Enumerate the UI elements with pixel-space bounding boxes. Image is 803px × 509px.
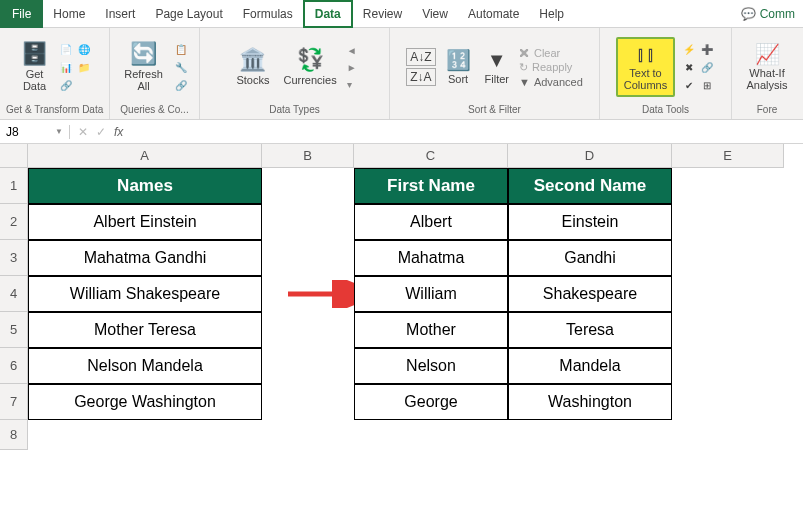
cell-D5[interactable]: Teresa	[508, 312, 672, 348]
tab-automate[interactable]: Automate	[458, 0, 529, 28]
cancel-icon[interactable]: ✕	[78, 125, 88, 139]
datamodel-icon[interactable]: ⊞	[699, 77, 715, 93]
row-header-6[interactable]: 6	[0, 348, 28, 384]
cell-C7[interactable]: George	[354, 384, 508, 420]
tab-file[interactable]: File	[0, 0, 43, 28]
cell-D2[interactable]: Einstein	[508, 204, 672, 240]
cell-C1[interactable]: First Name	[354, 168, 508, 204]
cell-D7[interactable]: Washington	[508, 384, 672, 420]
cell-D4[interactable]: Shakespeare	[508, 276, 672, 312]
cell-C4[interactable]: William	[354, 276, 508, 312]
comments-button[interactable]: 💬 Comm	[733, 7, 803, 21]
currencies-button[interactable]: 💱 Currencies	[279, 46, 340, 88]
properties-icon[interactable]: 🔧	[173, 59, 189, 75]
stocks-icon: 🏛️	[239, 48, 266, 72]
cell-C2[interactable]: Albert	[354, 204, 508, 240]
chevron-left-icon[interactable]: ◄	[347, 45, 357, 56]
get-data-button[interactable]: 🗄️ Get Data	[17, 40, 52, 94]
sort-desc-button[interactable]: Z↓A	[406, 68, 435, 86]
tab-insert[interactable]: Insert	[95, 0, 145, 28]
validation-icon[interactable]: ✔	[681, 77, 697, 93]
whatif-label: What-If Analysis	[747, 67, 788, 91]
ribbon-group-datatools: ⫿⫿ Text to Columns ⚡➕ ✖🔗 ✔⊞ Data Tools	[600, 28, 732, 119]
sort-label: Sort	[448, 73, 468, 85]
col-header-B[interactable]: B	[262, 144, 354, 168]
sort-icon: 🔢	[446, 49, 471, 71]
col-header-A[interactable]: A	[28, 144, 262, 168]
tab-page-layout[interactable]: Page Layout	[145, 0, 232, 28]
tab-home[interactable]: Home	[43, 0, 95, 28]
sort-asc-button[interactable]: A↓Z	[406, 48, 435, 66]
group-label-sortfilter: Sort & Filter	[396, 104, 593, 117]
row-header-4[interactable]: 4	[0, 276, 28, 312]
cell-D1[interactable]: Second Name	[508, 168, 672, 204]
sort-button[interactable]: 🔢 Sort	[442, 47, 475, 87]
flash-fill-icon[interactable]: ⚡	[681, 41, 697, 57]
row-header-3[interactable]: 3	[0, 240, 28, 276]
cell-D3[interactable]: Gandhi	[508, 240, 672, 276]
cell-A4[interactable]: William Shakespeare	[28, 276, 262, 312]
formula-input[interactable]	[131, 120, 803, 143]
tab-review[interactable]: Review	[353, 0, 412, 28]
tab-data[interactable]: Data	[303, 0, 353, 28]
chevron-right-icon[interactable]: ►	[347, 62, 357, 73]
ribbon-group-sortfilter: A↓Z Z↓A 🔢 Sort ▼ Filter 🗙Clear ↻Reapply …	[390, 28, 600, 119]
cell-A3[interactable]: Mahatma Gandhi	[28, 240, 262, 276]
edit-links-icon[interactable]: 🔗	[173, 77, 189, 93]
col-header-D[interactable]: D	[508, 144, 672, 168]
cell-A2[interactable]: Albert Einstein	[28, 204, 262, 240]
cell-C3[interactable]: Mahatma	[354, 240, 508, 276]
existing-icon[interactable]: 🔗	[58, 77, 74, 93]
relations-icon[interactable]: 🔗	[699, 59, 715, 75]
reapply-label: Reapply	[532, 61, 572, 73]
clear-icon: 🗙	[519, 47, 530, 59]
fx-icon[interactable]: fx	[114, 125, 123, 139]
enter-icon[interactable]: ✓	[96, 125, 106, 139]
stocks-button[interactable]: 🏛️ Stocks	[232, 46, 273, 88]
col-header-E[interactable]: E	[672, 144, 784, 168]
row-header-7[interactable]: 7	[0, 384, 28, 420]
col-header-C[interactable]: C	[354, 144, 508, 168]
tab-view[interactable]: View	[412, 0, 458, 28]
reapply-button[interactable]: ↻Reapply	[519, 61, 583, 74]
ribbon: 🗄️ Get Data 📄🌐 📊📁 🔗 Get & Transform Data…	[0, 28, 803, 120]
from-web-icon[interactable]: 🌐	[76, 41, 92, 57]
cell-C5[interactable]: Mother	[354, 312, 508, 348]
cell-A5[interactable]: Mother Teresa	[28, 312, 262, 348]
select-all-corner[interactable]	[0, 144, 28, 168]
cell-D6[interactable]: Mandela	[508, 348, 672, 384]
cell-A6[interactable]: Nelson Mandela	[28, 348, 262, 384]
queries-icon[interactable]: 📋	[173, 41, 189, 57]
consolidate-icon[interactable]: ➕	[699, 41, 715, 57]
filter-button[interactable]: ▼ Filter	[481, 47, 513, 87]
row-header-8[interactable]: 8	[0, 420, 28, 450]
cell-A7[interactable]: George Washington	[28, 384, 262, 420]
database-icon: 🗄️	[21, 42, 48, 66]
comment-icon: 💬	[741, 7, 756, 21]
expand-icon[interactable]: ▾	[347, 79, 357, 90]
clear-button[interactable]: 🗙Clear	[519, 47, 583, 59]
row-header-5[interactable]: 5	[0, 312, 28, 348]
tab-help[interactable]: Help	[529, 0, 574, 28]
remove-dup-icon[interactable]: ✖	[681, 59, 697, 75]
reapply-icon: ↻	[519, 61, 528, 74]
text-to-columns-button[interactable]: ⫿⫿ Text to Columns	[616, 37, 675, 97]
name-box[interactable]: J8 ▼	[0, 125, 70, 139]
tab-formulas[interactable]: Formulas	[233, 0, 303, 28]
chevron-down-icon[interactable]: ▼	[55, 127, 63, 136]
cell-C6[interactable]: Nelson	[354, 348, 508, 384]
refresh-all-button[interactable]: 🔄 Refresh All	[120, 40, 167, 94]
cell-A1[interactable]: Names	[28, 168, 262, 204]
row-header-1[interactable]: 1	[0, 168, 28, 204]
row-header-2[interactable]: 2	[0, 204, 28, 240]
from-text-icon[interactable]: 📄	[58, 41, 74, 57]
text-to-columns-label: Text to Columns	[624, 67, 667, 91]
ribbon-group-queries: 🔄 Refresh All 📋 🔧 🔗 Queries & Co...	[110, 28, 200, 119]
whatif-button[interactable]: 📈 What-If Analysis	[743, 41, 792, 93]
whatif-icon: 📈	[755, 43, 780, 65]
cells-area[interactable]: Names Albert Einstein Mahatma Gandhi Wil…	[28, 168, 803, 468]
from-table-icon[interactable]: 📊	[58, 59, 74, 75]
recent-icon[interactable]: 📁	[76, 59, 92, 75]
advanced-icon: ▼	[519, 76, 530, 88]
advanced-button[interactable]: ▼Advanced	[519, 76, 583, 88]
